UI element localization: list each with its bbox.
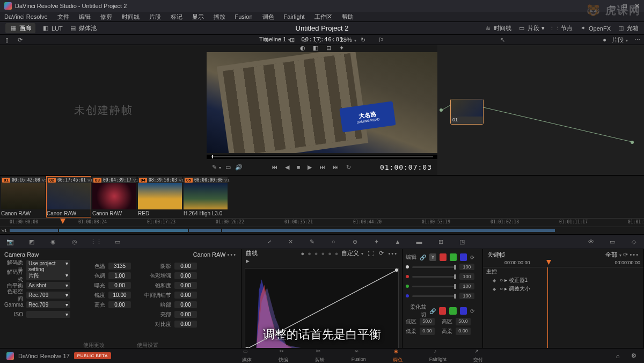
go-first-icon[interactable]: ⏮	[272, 164, 277, 170]
channel-g-button[interactable]	[450, 253, 457, 261]
bypass-icon[interactable]: ◐	[299, 44, 306, 52]
tracking-icon[interactable]: ⊕	[350, 237, 360, 246]
camera-raw-menu[interactable]: •••	[227, 251, 237, 258]
page-tab-剪辑[interactable]: ✄剪辑	[315, 349, 325, 364]
cr-解码方式[interactable]: 片段▾	[26, 272, 70, 280]
split-icon[interactable]: ⊟	[325, 44, 332, 52]
go-last-icon[interactable]: ⏭	[333, 164, 339, 170]
3d-icon[interactable]: ◳	[457, 237, 467, 246]
menu-显示[interactable]: 显示	[190, 13, 206, 21]
kf-playhead[interactable]	[546, 260, 551, 265]
cr-白平衡[interactable]: As shot▾	[26, 282, 70, 289]
home-icon[interactable]: ⌂	[614, 352, 621, 360]
cr-饱和度[interactable]: 0.00	[174, 282, 197, 289]
page-tab-Fairlight[interactable]: ♪Fairlight	[429, 349, 447, 364]
curves-play-icon[interactable]: ▶	[246, 258, 250, 264]
clips-filter-dropdown[interactable]: 片段	[612, 36, 628, 44]
page-tab-Fusion[interactable]: ∞Fusion	[352, 349, 366, 364]
rgb-mixer-icon[interactable]: ⋮⋮	[91, 237, 101, 246]
kf-row-校正器1[interactable]: ○ ▸ 校正器1	[483, 276, 643, 285]
cr-阴影[interactable]: 0.00	[174, 263, 197, 270]
loop-icon[interactable]: ↻	[359, 36, 367, 43]
flag-icon[interactable]: ⚐	[377, 36, 385, 43]
curves-reset-icon[interactable]: ⟳	[377, 250, 385, 257]
kf-master-row[interactable]: 主控	[483, 267, 643, 276]
cr-解码质量[interactable]: Use project setting▾	[26, 260, 70, 273]
toggle-timeline[interactable]: ≋时间线	[484, 24, 511, 32]
wipe-icon[interactable]: ◧	[312, 44, 319, 52]
menu-Fairlight[interactable]: Fairlight	[282, 13, 307, 20]
soft-b-button[interactable]	[460, 307, 467, 315]
cr-对比度[interactable]: 0.00	[174, 321, 197, 328]
soft-高柔[interactable]: 0.00	[456, 328, 471, 335]
cr-ISO[interactable]: ▾	[26, 311, 70, 318]
cr-色温[interactable]: 3135	[108, 263, 131, 270]
edit-reset-icon[interactable]: ⟳	[470, 255, 474, 260]
pointer-icon[interactable]: ↖	[499, 36, 506, 43]
graph-output-dot[interactable]	[631, 141, 634, 144]
viewer[interactable]: 大名路 DAMING ROAD	[207, 52, 437, 153]
settings-icon[interactable]: ⚙	[630, 352, 638, 360]
cr-色调[interactable]: 1.00	[108, 272, 131, 279]
color-match-icon[interactable]: ◩	[27, 237, 36, 246]
cr-曝光[interactable]: 0.00	[108, 282, 131, 289]
menu-调色[interactable]: 调色	[260, 13, 276, 21]
cr-Gamma[interactable]: Rec.709▾	[26, 301, 70, 308]
clip-04[interactable]: 0408:39:58:03V1RED	[138, 177, 182, 217]
cr-暗部[interactable]: 0.00	[174, 301, 197, 308]
page-tab-交付[interactable]: ↗交付	[473, 349, 483, 364]
stop-icon[interactable]: ■	[297, 164, 301, 170]
cr-高光[interactable]: 0.00	[108, 301, 131, 308]
window-icon[interactable]: ○	[328, 237, 338, 246]
play-icon[interactable]: ▶	[308, 164, 312, 171]
gallery-reset-icon[interactable]: ⟳	[16, 36, 24, 43]
toggle-nodes[interactable]: ⋮⋮节点	[551, 24, 573, 32]
menu-DaVinci Resolve[interactable]: DaVinci Resolve	[2, 13, 50, 20]
curves-menu[interactable]: •••	[388, 250, 398, 257]
page-tab-调色[interactable]: ◉调色	[393, 349, 402, 364]
menu-帮助[interactable]: 帮助	[340, 13, 356, 21]
node-01[interactable]: 01	[450, 99, 484, 125]
channel-r-button[interactable]	[440, 253, 447, 261]
sizing-icon[interactable]: ⊞	[436, 237, 445, 246]
slider-b[interactable]	[412, 295, 456, 297]
soft-g-button[interactable]	[449, 307, 456, 315]
soft-低柔[interactable]: 0.00	[420, 328, 435, 335]
slider-g[interactable]	[412, 286, 456, 287]
loop-play-icon[interactable]: ↻	[346, 164, 351, 171]
graph-input-dot[interactable]	[440, 108, 443, 112]
clip-05[interactable]: 0500:00:00:00V1H.264 High L3.0	[184, 177, 228, 217]
menu-播放[interactable]: 播放	[211, 13, 228, 21]
curves-tab-icon[interactable]: ⟋	[264, 237, 274, 246]
clip-02[interactable]: 0200:17:46:01V1Canon RAW	[47, 177, 91, 217]
blur-icon[interactable]: ▲	[393, 237, 402, 246]
node-graph[interactable]: 01	[437, 45, 644, 175]
kf-row-调整大小[interactable]: ○ ▸ 调整大小	[483, 285, 643, 293]
keyframes-mode-dropdown[interactable]: 全部	[605, 251, 621, 258]
hdr-wheels-icon[interactable]: ◎	[70, 237, 79, 246]
info-icon[interactable]: ▭	[608, 237, 617, 246]
slider-y[interactable]	[412, 266, 456, 268]
viewer-scrubber[interactable]	[207, 155, 437, 159]
menu-标记[interactable]: 标记	[169, 13, 185, 21]
timeline-selector[interactable]: Timeline 1	[259, 36, 290, 43]
slider-r[interactable]	[412, 276, 456, 278]
toggle-openfx[interactable]: ✦OpenFX	[579, 25, 611, 32]
curves-expand-icon[interactable]: ⛶	[367, 250, 374, 257]
highlight-icon[interactable]: ✦	[338, 44, 345, 52]
camera-raw-tab-icon[interactable]: 📷	[5, 237, 15, 246]
menu-片段[interactable]: 片段	[147, 13, 163, 21]
soft-r-button[interactable]	[439, 307, 446, 315]
page-tab-快编[interactable]: ✂快编	[279, 349, 288, 364]
zoom-view-icon[interactable]: ▭	[225, 164, 231, 171]
motion-icon[interactable]: ▭	[113, 237, 122, 246]
mini-playhead[interactable]	[60, 219, 65, 224]
kf-reset-icon[interactable]: ⟳	[623, 251, 628, 258]
page-tab-媒体[interactable]: ▭媒体	[242, 349, 252, 364]
step-back-icon[interactable]: ◀	[285, 164, 289, 171]
toggle-gallery[interactable]: ▦画廊	[5, 23, 35, 33]
menu-文件[interactable]: 文件	[55, 13, 71, 21]
cr-色彩增强[interactable]: 0.00	[174, 272, 197, 279]
channel-y-button[interactable]: Y	[429, 253, 436, 261]
toggle-lightbox[interactable]: ◫光箱	[617, 24, 639, 32]
